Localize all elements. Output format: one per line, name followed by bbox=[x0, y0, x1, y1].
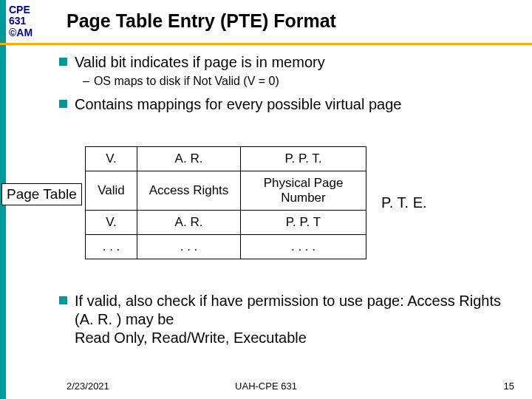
bullet-text: Valid bit indicates if page is in memory bbox=[75, 53, 325, 72]
square-bullet-icon bbox=[59, 58, 67, 66]
footer: 2/23/2021 UAH-CPE 631 15 bbox=[0, 381, 532, 392]
badge-line: CPE bbox=[9, 4, 33, 16]
table-cell: V. bbox=[86, 211, 137, 235]
bullet-text: If valid, also check if have permission … bbox=[75, 292, 502, 347]
table-cell: V. bbox=[86, 147, 137, 171]
course-badge: CPE 631 ©AM bbox=[9, 4, 33, 38]
table-cell: . . . . bbox=[241, 235, 366, 259]
table-cell: A. R. bbox=[137, 211, 241, 235]
footer-center: UAH-CPE 631 bbox=[235, 381, 297, 392]
table-cell: Physical Page Number bbox=[241, 171, 366, 211]
footer-page-number: 15 bbox=[504, 381, 514, 392]
table-row: . . . . . . . . . . bbox=[86, 235, 366, 259]
table-row: Valid Access Rights Physical Page Number bbox=[86, 171, 366, 211]
content-area: Valid bit indicates if page is in memory… bbox=[59, 53, 517, 117]
bullet-text: Contains mappings for every possible vir… bbox=[75, 95, 401, 114]
title-underline bbox=[0, 43, 532, 45]
table-cell: Access Rights bbox=[137, 171, 241, 211]
table-row: V. A. R. P. P. T. bbox=[86, 147, 366, 171]
bullet-item: Contains mappings for every possible vir… bbox=[59, 95, 517, 114]
table-cell: . . . bbox=[137, 235, 241, 259]
table-row: V. A. R. P. P. T bbox=[86, 211, 366, 235]
table-cell: P. P. T bbox=[241, 211, 366, 235]
pte-table: V. A. R. P. P. T. Valid Access Rights Ph… bbox=[85, 146, 366, 259]
page-table-box-label: Page Table bbox=[1, 183, 82, 205]
page-title: Page Table Entry (PTE) Format bbox=[66, 10, 336, 32]
bullet-item: Valid bit indicates if page is in memory bbox=[59, 53, 517, 72]
badge-line: ©AM bbox=[9, 27, 33, 38]
bullet-item: If valid, also check if have permission … bbox=[59, 292, 502, 350]
sub-bullet-text: OS maps to disk if Not Valid (V = 0) bbox=[94, 75, 279, 87]
sub-bullet-item: –OS maps to disk if Not Valid (V = 0) bbox=[83, 75, 517, 88]
pte-table-wrap: V. A. R. P. P. T. Valid Access Rights Ph… bbox=[85, 146, 427, 259]
table-cell: P. P. T. bbox=[241, 147, 366, 171]
footer-date: 2/23/2021 bbox=[66, 381, 109, 392]
table-cell: . . . bbox=[86, 235, 137, 259]
pte-side-label: P. T. E. bbox=[381, 194, 427, 211]
square-bullet-icon bbox=[59, 296, 67, 304]
table-cell: Valid bbox=[86, 171, 137, 211]
table-cell: A. R. bbox=[137, 147, 241, 171]
square-bullet-icon bbox=[59, 100, 67, 108]
badge-line: 631 bbox=[9, 16, 33, 27]
dash-icon: – bbox=[83, 75, 89, 87]
